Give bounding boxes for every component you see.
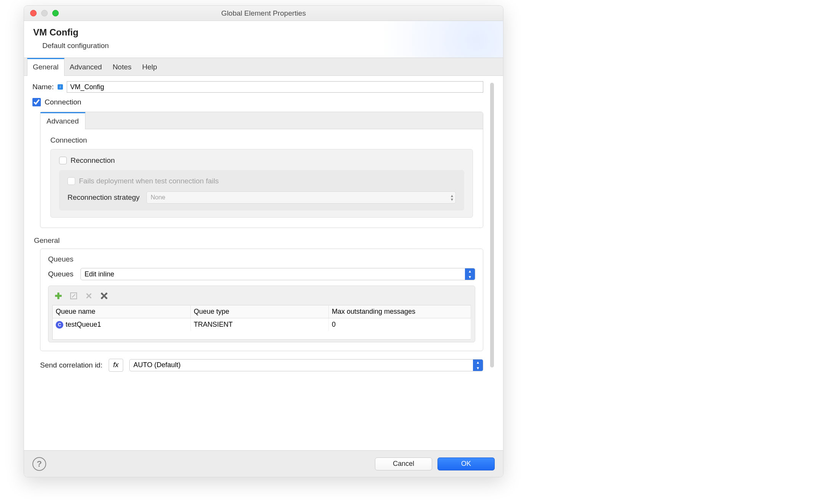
- svg-point-4: [106, 293, 108, 295]
- select-stepper-icon: ▲▼: [473, 360, 483, 371]
- tab-notes[interactable]: Notes: [107, 58, 137, 75]
- correlation-label: Send correlation id:: [40, 361, 103, 369]
- name-input[interactable]: [67, 81, 483, 93]
- titlebar: Global Element Properties: [24, 6, 503, 21]
- tab-help[interactable]: Help: [137, 58, 162, 75]
- scrollbar[interactable]: [490, 81, 495, 446]
- svg-rect-1: [55, 295, 61, 297]
- strategy-value: None: [151, 194, 165, 201]
- queues-table[interactable]: Queue name Queue type Max outstanding me…: [52, 305, 471, 340]
- add-icon[interactable]: [54, 291, 63, 300]
- svg-point-6: [106, 297, 108, 299]
- queues-value: Edit inline: [85, 270, 114, 278]
- scrollbar-thumb[interactable]: [490, 83, 494, 368]
- strategy-select[interactable]: None ▴▾: [146, 191, 456, 204]
- chevron-updown-icon: ▴▾: [451, 194, 453, 201]
- tab-general[interactable]: General: [27, 58, 64, 76]
- banner-title: VM Config: [33, 27, 494, 38]
- strategy-label: Reconnection strategy: [68, 193, 140, 202]
- banner-subtitle: Default configuration: [42, 42, 494, 50]
- correlation-value: AUTO (Default): [133, 361, 181, 369]
- queues-header: Queues: [48, 255, 475, 263]
- connection-group: Advanced Connection Reconnection Fails d…: [40, 112, 483, 228]
- tools-icon[interactable]: [100, 291, 109, 300]
- ok-button[interactable]: OK: [437, 457, 495, 470]
- correlation-row: Send correlation id: fx AUTO (Default) ▲…: [40, 359, 483, 372]
- select-stepper-icon: ▲▼: [465, 268, 475, 280]
- banner: VM Config Default configuration: [24, 21, 503, 58]
- top-tabbar: General Advanced Notes Help: [24, 58, 503, 76]
- connection-header: Connection: [50, 136, 473, 144]
- connection-label: Connection: [45, 98, 81, 106]
- queues-box: Queues Queues Edit inline ▲▼: [40, 249, 483, 351]
- queues-toolbar-box: Queue name Queue type Max outstanding me…: [48, 286, 475, 342]
- general-header: General: [34, 236, 483, 245]
- cancel-button[interactable]: Cancel: [375, 457, 432, 470]
- tab-advanced[interactable]: Advanced: [64, 58, 108, 75]
- svg-point-5: [101, 297, 103, 299]
- info-icon: i: [58, 84, 63, 90]
- queues-toolbar: [52, 290, 471, 305]
- delete-icon[interactable]: [84, 291, 93, 300]
- connection-tabbar: Advanced: [40, 112, 483, 129]
- dialog-window: Global Element Properties VM Config Defa…: [24, 5, 503, 477]
- queue-name: testQueue1: [66, 321, 101, 328]
- table-row[interactable]: CtestQueue1 TRANSIENT 0: [53, 318, 471, 331]
- connection-tab-advanced[interactable]: Advanced: [40, 112, 85, 129]
- queue-max: 0: [329, 318, 471, 331]
- window-title: Global Element Properties: [221, 9, 306, 18]
- content-area: Name: i Connection Advanced Connection R…: [24, 76, 503, 450]
- queues-col-type: Queue type: [191, 305, 329, 318]
- edit-icon[interactable]: [69, 291, 78, 300]
- svg-point-3: [101, 293, 103, 295]
- zoom-window-icon[interactable]: [52, 10, 59, 16]
- fails-label: Fails deployment when test connection fa…: [79, 177, 219, 185]
- connection-row: Connection: [32, 98, 483, 106]
- name-label: Name:: [32, 83, 54, 91]
- help-icon[interactable]: ?: [32, 457, 46, 471]
- queue-item-icon: C: [56, 321, 63, 329]
- fx-button[interactable]: fx: [109, 359, 123, 372]
- queues-label: Queues: [48, 270, 74, 278]
- queues-col-max: Max outstanding messages: [329, 305, 471, 318]
- connection-checkbox[interactable]: [32, 98, 41, 106]
- queues-col-name: Queue name: [53, 305, 191, 318]
- queues-select[interactable]: Edit inline ▲▼: [80, 268, 475, 280]
- connection-body: Connection Reconnection Fails deployment…: [40, 129, 483, 228]
- queue-type: TRANSIENT: [191, 318, 329, 331]
- traffic-lights: [30, 10, 59, 16]
- reconnection-inner: Fails deployment when test connection fa…: [59, 170, 464, 210]
- fails-checkbox: [68, 177, 75, 185]
- name-row: Name: i: [32, 81, 483, 93]
- close-window-icon[interactable]: [30, 10, 37, 16]
- minimize-window-icon: [41, 10, 48, 16]
- footer: ? Cancel OK: [24, 450, 503, 477]
- reconnection-box: Reconnection Fails deployment when test …: [50, 149, 473, 218]
- correlation-select[interactable]: AUTO (Default) ▲▼: [129, 359, 483, 371]
- reconnection-label: Reconnection: [71, 156, 115, 165]
- reconnection-checkbox[interactable]: [59, 157, 67, 164]
